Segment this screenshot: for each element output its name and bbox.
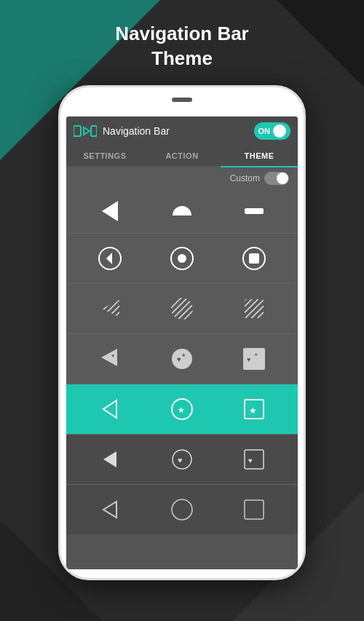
home-bottom-icon: ♥ (170, 447, 194, 472)
svg-point-12 (171, 298, 193, 320)
back-selected-icon (98, 397, 122, 422)
back-diagonal-icon (98, 296, 122, 321)
tab-settings[interactable]: SETTINGS (66, 146, 143, 166)
svg-rect-0 (74, 126, 81, 136)
svg-marker-15 (101, 349, 117, 366)
svg-text:♥: ♥ (111, 353, 114, 358)
icon-cell-recent-decorative[interactable]: ♥ ★ (232, 344, 276, 373)
svg-marker-29 (103, 451, 116, 467)
svg-marker-4 (106, 253, 112, 264)
nav-bar-icon (74, 124, 97, 138)
icon-cell-back-bottom[interactable] (88, 445, 132, 474)
svg-rect-2 (91, 126, 97, 136)
icon-cell-recent-diagonal[interactable] (232, 294, 276, 323)
tab-theme[interactable]: THEME (221, 146, 298, 167)
back-outlined-icon (98, 246, 122, 271)
on-off-toggle[interactable]: ON (254, 122, 291, 140)
back-bottom2-icon (98, 497, 122, 522)
svg-rect-8 (249, 253, 259, 264)
icon-row-diagonal (66, 284, 298, 334)
custom-toggle-row: Custom (66, 167, 298, 189)
icon-row-bottom: ♥ ♥ (66, 435, 298, 485)
svg-text:♥: ♥ (248, 456, 253, 464)
svg-marker-34 (103, 502, 116, 518)
tab-action[interactable]: ACTION (143, 146, 221, 166)
toggle-knob (273, 124, 286, 138)
phone-screen: Navigation Bar ON SETTINGS ACTION THEME … (66, 116, 298, 569)
icon-row-selected: ★ ★ (66, 384, 298, 435)
tab-bar: SETTINGS ACTION THEME (66, 146, 298, 167)
recent-bottom2-icon (242, 497, 266, 522)
icon-cell-back-diagonal[interactable] (88, 294, 132, 323)
svg-marker-1 (84, 127, 90, 135)
icon-cell-home-selected[interactable]: ★ (160, 395, 204, 424)
icon-cell-recent-bottom[interactable]: ♥ (232, 445, 276, 474)
recent-outlined-icon (242, 246, 266, 271)
icon-cell-recent-selected[interactable]: ★ (232, 395, 276, 424)
icon-row-simple (66, 189, 298, 234)
home-bottom2-icon (170, 497, 194, 522)
icon-cell-back-outlined[interactable] (88, 244, 132, 273)
header-title: Navigation Bar (103, 125, 170, 137)
svg-point-35 (172, 499, 192, 520)
home-selected-icon: ★ (170, 397, 194, 422)
svg-rect-14 (245, 299, 264, 318)
icon-cell-home-decorative[interactable]: ♥ ★ (160, 344, 204, 373)
icon-cell-back-bottom2[interactable] (88, 495, 132, 524)
recent-diagonal-icon (242, 296, 266, 321)
back-decorative-icon: ♥ ★ (97, 346, 123, 372)
page-title: Navigation Bar Theme (0, 22, 364, 71)
icon-cell-home-bottom[interactable]: ♥ (160, 445, 204, 474)
icon-cell-recent-simple[interactable] (232, 197, 276, 226)
svg-text:★: ★ (249, 406, 257, 416)
recent-decorative-icon: ♥ ★ (241, 346, 267, 372)
svg-marker-24 (103, 400, 116, 418)
icon-row-decorative: ♥ ★ ♥ ★ ♥ ★ (66, 334, 298, 384)
svg-rect-32 (245, 450, 264, 469)
phone-speaker (172, 98, 192, 102)
svg-marker-10 (102, 300, 119, 317)
custom-toggle[interactable] (264, 172, 289, 185)
icon-grid: ♥ ★ ♥ ★ ♥ ★ (66, 189, 298, 569)
svg-text:★: ★ (181, 352, 186, 357)
icon-cell-recent-bottom2[interactable] (232, 495, 276, 524)
icon-cell-recent-outlined[interactable] (232, 244, 276, 273)
home-diagonal-icon (170, 296, 194, 321)
svg-text:★: ★ (254, 352, 258, 357)
svg-text:♥: ♥ (178, 456, 183, 464)
icon-cell-back-decorative[interactable]: ♥ ★ (88, 344, 132, 373)
icon-cell-back-selected[interactable] (88, 395, 132, 424)
icon-cell-home-simple[interactable] (160, 197, 204, 226)
toggle-label: ON (258, 127, 271, 135)
svg-rect-36 (245, 500, 264, 519)
icon-row-outlined (66, 234, 298, 284)
svg-text:♥: ♥ (247, 356, 250, 363)
phone-frame: Navigation Bar ON SETTINGS ACTION THEME … (58, 85, 306, 580)
recent-bottom-icon: ♥ (242, 447, 266, 472)
icon-cell-home-bottom2[interactable] (160, 495, 204, 524)
svg-point-6 (178, 254, 186, 263)
home-outlined-icon (170, 246, 194, 271)
recent-selected-icon: ★ (242, 397, 266, 422)
header-left: Navigation Bar (74, 124, 170, 138)
custom-label: Custom (230, 173, 260, 183)
svg-text:★: ★ (178, 406, 185, 414)
custom-toggle-knob (277, 173, 288, 184)
home-decorative-icon: ♥ ★ (169, 346, 195, 372)
icon-row-bottom2 (66, 485, 298, 534)
icon-cell-home-outlined[interactable] (160, 244, 204, 273)
icon-cell-back-simple[interactable] (88, 197, 132, 226)
icon-cell-home-diagonal[interactable] (160, 294, 204, 323)
header-bar: Navigation Bar ON (66, 116, 298, 146)
back-bottom-icon (98, 447, 122, 472)
